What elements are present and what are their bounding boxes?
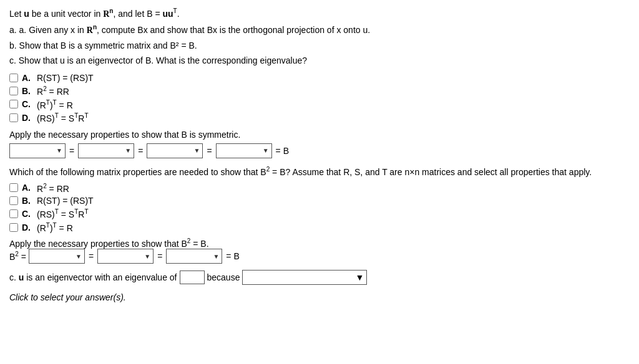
checkbox-sym-B[interactable]: [9, 87, 18, 95]
intro-line-b: b. Show that B is a symmetric matrix and…: [9, 39, 630, 52]
checkbox-sym-D[interactable]: [9, 113, 18, 122]
checkbox-sym-C[interactable]: [9, 100, 18, 108]
b2-dropdown-3-arrow: ▼: [213, 253, 219, 260]
checkbox-b2-A[interactable]: [9, 183, 18, 192]
option-sym-B[interactable]: B. R2 = RR: [9, 85, 630, 97]
sym-dropdown-4-arrow: ▼: [263, 147, 269, 154]
sym-dropdown-1-arrow: ▼: [56, 147, 62, 154]
sym-dropdown-1[interactable]: ▼: [9, 143, 66, 158]
symmetric-options-list: A. R(ST) = (RS)T B. R2 = RR C. (RT)T = R…: [9, 73, 630, 123]
sym-dropdown-2[interactable]: ▼: [78, 143, 134, 158]
option-sym-C[interactable]: C. (RT)T = R: [9, 99, 630, 110]
apply-symmetric-label: Apply the necessary properties to show t…: [9, 130, 630, 140]
apply-symmetric-section: Apply the necessary properties to show t…: [9, 130, 630, 158]
option-sym-D[interactable]: D. (RS)T = STRT: [9, 112, 630, 123]
which-b2-label: Which of the following matrix properties…: [9, 165, 630, 179]
b2-label: B2 =: [9, 251, 26, 262]
apply-symmetric-row: ▼ = ▼ = ▼ = ▼ = B: [9, 143, 630, 158]
option-b2-B[interactable]: B. R(ST) = (RS)T: [9, 196, 630, 206]
because-label: because: [207, 272, 240, 282]
footer-click-note: Click to select your answer(s).: [9, 292, 630, 302]
eigenvalue-box[interactable]: [180, 271, 205, 284]
b2-options-list: A. R2 = RR B. R(ST) = (RS)T C. (RS)T = S…: [9, 183, 630, 233]
intro-line0: Let u be a unit vector in Rn, and let B …: [9, 6, 630, 21]
b2-dropdown-1[interactable]: ▼: [29, 249, 85, 264]
checkbox-sym-A[interactable]: [9, 74, 18, 82]
option-b2-A[interactable]: A. R2 = RR: [9, 183, 630, 194]
b2-dropdown-3[interactable]: ▼: [166, 249, 222, 264]
intro-line-c: c. Show that u is an eigenvector of B. W…: [9, 54, 630, 67]
checkbox-b2-C[interactable]: [9, 209, 18, 218]
sym-dropdown-2-arrow: ▼: [125, 147, 131, 154]
b2-dropdown-1-arrow: ▼: [76, 253, 82, 260]
option-b2-C[interactable]: C. (RS)T = STRT: [9, 208, 630, 219]
apply-b2-section: Apply the necessary properties to show t…: [9, 237, 630, 264]
sym-dropdown-3[interactable]: ▼: [147, 143, 203, 158]
apply-b2-label: Apply the necessary properties to show t…: [9, 237, 630, 249]
b2-dropdown-2[interactable]: ▼: [97, 249, 154, 264]
intro-section: Let u be a unit vector in Rn, and let B …: [9, 6, 630, 68]
eigenvector-prefix: c. u is an eigenvector with an eigenvalu…: [9, 272, 177, 282]
which-b2-section: Which of the following matrix properties…: [9, 165, 630, 179]
sym-dropdown-3-arrow: ▼: [193, 147, 200, 154]
checkbox-b2-B[interactable]: [9, 196, 18, 205]
eigenvector-section: c. u is an eigenvector with an eigenvalu…: [9, 270, 630, 285]
checkbox-b2-D[interactable]: [9, 223, 18, 232]
option-b2-D[interactable]: D. (RT)T = R: [9, 222, 630, 233]
b2-dropdown-2-arrow: ▼: [144, 253, 150, 260]
intro-line-a: a. a. Given any x in Rn, compute Bx and …: [9, 22, 630, 37]
option-sym-A[interactable]: A. R(ST) = (RS)T: [9, 73, 630, 83]
sym-dropdown-4[interactable]: ▼: [216, 143, 272, 158]
because-dropdown-arrow: ▼: [356, 272, 364, 282]
apply-b2-row: B2 = ▼ = ▼ = ▼ = B: [9, 249, 630, 264]
because-dropdown[interactable]: ▼: [242, 270, 367, 285]
